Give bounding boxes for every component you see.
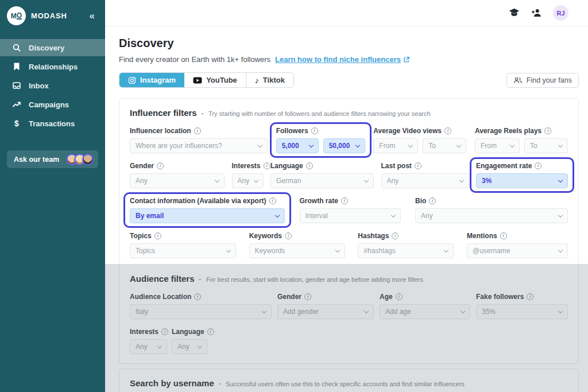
contact-information-select[interactable]: By email bbox=[130, 208, 285, 223]
engagement-rate-select[interactable]: 3% bbox=[476, 173, 568, 188]
topics-select[interactable]: Topics bbox=[130, 243, 236, 258]
language-select[interactable]: German bbox=[270, 173, 374, 188]
info-icon[interactable]: i bbox=[285, 232, 292, 239]
info-icon[interactable]: i bbox=[194, 293, 201, 300]
chevron-down-icon bbox=[457, 142, 461, 147]
sidebar-item-relationships[interactable]: Relationships bbox=[0, 58, 105, 75]
info-icon[interactable]: i bbox=[157, 162, 164, 169]
hashtags-select[interactable]: #hashtags bbox=[358, 243, 454, 258]
audience-interests-field: Interestsi Any bbox=[130, 328, 167, 354]
fans-icon bbox=[513, 76, 523, 84]
info-icon[interactable]: i bbox=[544, 127, 551, 134]
chevron-down-icon bbox=[157, 343, 162, 348]
chevron-down-icon bbox=[335, 247, 339, 252]
youtube-icon bbox=[193, 77, 202, 84]
info-icon[interactable]: i bbox=[341, 197, 348, 204]
contact-information-field: Contact information (Available via expor… bbox=[130, 197, 285, 223]
followers-from-select[interactable]: 5,000 bbox=[276, 138, 319, 153]
chevron-down-icon bbox=[558, 212, 563, 217]
info-icon[interactable]: i bbox=[207, 328, 214, 335]
avg-reels-plays-to-select[interactable]: To bbox=[524, 138, 568, 153]
tab-youtube[interactable]: YouTube bbox=[184, 73, 246, 87]
info-icon[interactable]: i bbox=[396, 293, 403, 300]
info-icon[interactable]: i bbox=[304, 293, 311, 300]
mentions-select[interactable]: @username bbox=[467, 243, 568, 258]
fake-followers-select[interactable]: 35% bbox=[476, 304, 568, 319]
bio-field: Bioi Any bbox=[415, 197, 568, 223]
audience-age-select[interactable]: Add age bbox=[380, 304, 470, 319]
chevron-down-icon bbox=[558, 142, 563, 147]
chevron-down-icon bbox=[364, 308, 369, 313]
chevron-down-icon bbox=[558, 247, 563, 252]
keywords-select[interactable]: Keywords bbox=[249, 243, 345, 258]
audience-filters-section: Audience filters · For best results, sta… bbox=[130, 274, 568, 354]
info-icon[interactable]: i bbox=[527, 293, 533, 300]
ask-our-team-button[interactable]: Ask our team bbox=[7, 150, 98, 168]
interests-select[interactable]: Any bbox=[232, 173, 264, 188]
audience-filters-description: For best results, start with location, g… bbox=[206, 276, 423, 283]
chevron-down-icon bbox=[308, 142, 313, 147]
info-icon[interactable]: i bbox=[392, 232, 399, 239]
last-post-select[interactable]: Any bbox=[381, 173, 469, 188]
info-icon[interactable]: i bbox=[311, 127, 318, 134]
sidebar-item-inbox[interactable]: Inbox bbox=[0, 77, 105, 94]
info-icon[interactable]: i bbox=[306, 162, 313, 169]
audience-location-select[interactable]: Italy bbox=[130, 304, 272, 319]
info-icon[interactable]: i bbox=[194, 127, 201, 134]
growth-rate-select[interactable]: Interval bbox=[300, 208, 401, 223]
add-person-icon[interactable] bbox=[531, 7, 543, 19]
instagram-icon bbox=[128, 76, 136, 84]
chevron-down-icon bbox=[510, 142, 514, 147]
avg-reels-plays-from-select[interactable]: From bbox=[475, 138, 520, 153]
info-icon[interactable]: i bbox=[154, 232, 161, 239]
sidebar-item-label: Transactions bbox=[29, 119, 75, 128]
gender-select[interactable]: Any bbox=[130, 173, 225, 188]
avg-video-views-from-select[interactable]: From bbox=[373, 138, 418, 153]
learn-link[interactable]: Learn how to find niche influencers bbox=[275, 55, 410, 64]
info-icon[interactable]: i bbox=[264, 162, 270, 169]
search-icon bbox=[12, 43, 21, 52]
avg-video-views-field: Average Video viewsi From To bbox=[373, 127, 466, 153]
followers-to-select[interactable]: 50,000 bbox=[323, 138, 365, 153]
trend-up-icon bbox=[12, 100, 21, 109]
info-icon[interactable]: i bbox=[415, 162, 421, 169]
info-icon[interactable]: i bbox=[535, 162, 541, 169]
followers-field: Followersi 5,000 50,000 bbox=[276, 127, 365, 153]
info-icon[interactable]: i bbox=[500, 232, 507, 239]
sidebar-item-campaigns[interactable]: Campaigns bbox=[0, 96, 105, 113]
audience-gender-select[interactable]: Add gender bbox=[277, 304, 374, 319]
filters-card: Influencer filters · Try starting with n… bbox=[119, 98, 579, 364]
dollar-icon: $ bbox=[12, 119, 21, 128]
sidebar-collapse-button[interactable]: « bbox=[90, 10, 98, 22]
academy-icon[interactable] bbox=[508, 7, 520, 19]
sidebar-item-transactions[interactable]: $ Transactions bbox=[0, 115, 105, 132]
info-icon[interactable]: i bbox=[269, 197, 276, 204]
mentions-field: Mentionsi @username bbox=[467, 232, 568, 258]
sidebar-menu: Discovery Relationships Inbox Campaigns … bbox=[0, 39, 105, 132]
search-by-username-card: Search by username · Successful users of… bbox=[119, 368, 579, 392]
chevron-down-icon bbox=[198, 343, 202, 348]
find-your-fans-button[interactable]: Find your fans bbox=[506, 73, 579, 88]
bio-select[interactable]: Any bbox=[415, 208, 568, 223]
chevron-down-icon bbox=[558, 177, 563, 182]
user-avatar[interactable]: RJ bbox=[553, 5, 568, 21]
page-title: Discovery bbox=[119, 37, 579, 50]
sidebar: MO MODASH « Discovery Relationships Inbo… bbox=[0, 0, 105, 392]
info-icon[interactable]: i bbox=[161, 328, 168, 335]
sidebar-item-discovery[interactable]: Discovery bbox=[0, 39, 105, 56]
audience-language-select[interactable]: Any bbox=[172, 339, 207, 354]
audience-language-field: Languagei Any bbox=[172, 328, 207, 354]
influencer-location-field: Influencer locationi Where are your infl… bbox=[130, 127, 268, 153]
influencer-location-select[interactable]: Where are your influencers? bbox=[130, 138, 268, 153]
audience-interests-select[interactable]: Any bbox=[130, 339, 167, 354]
avg-video-views-to-select[interactable]: To bbox=[423, 138, 466, 153]
info-icon[interactable]: i bbox=[429, 197, 436, 204]
info-icon[interactable]: i bbox=[444, 127, 451, 134]
tab-instagram[interactable]: Instagram bbox=[119, 73, 184, 87]
tab-tiktok[interactable]: ♪ Tiktok bbox=[246, 73, 293, 87]
topbar: RJ bbox=[105, 0, 588, 26]
keywords-field: Keywordsi Keywords bbox=[249, 232, 345, 258]
bookmark-icon bbox=[12, 62, 21, 71]
audience-age-field: Agei Add age bbox=[380, 293, 470, 319]
topics-field: Topicsi Topics bbox=[130, 232, 236, 258]
